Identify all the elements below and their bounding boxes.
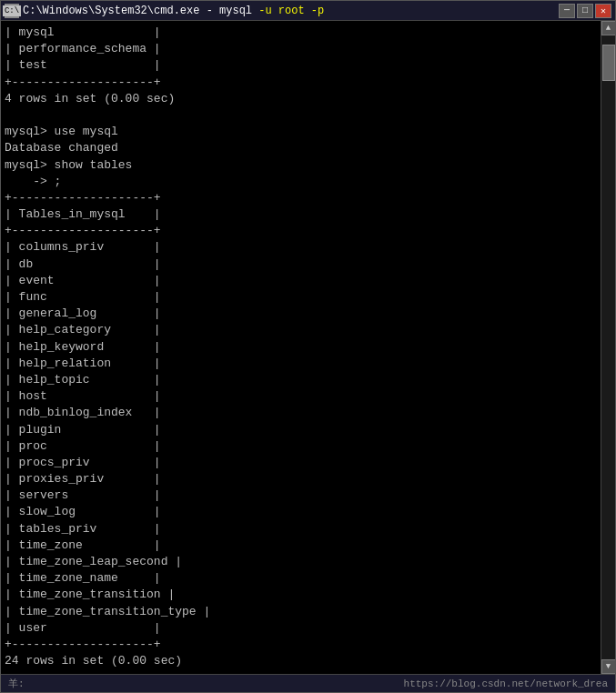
cmd-icon: C:\ (5, 4, 19, 18)
titlebar-controls: ─ □ ✕ (559, 4, 611, 18)
statusbar-right: https://blog.csdn.net/network_drea (404, 678, 608, 689)
titlebar: C:\ C:\Windows\System32\cmd.exe - mysql … (1, 1, 615, 21)
scroll-up-arrow[interactable]: ▲ (601, 21, 616, 35)
scroll-thumb[interactable] (602, 45, 615, 81)
scroll-down-arrow[interactable]: ▼ (601, 659, 616, 674)
title-prefix: C:\Windows\System32\cmd.exe - mysql (23, 5, 258, 17)
statusbar-left: 羊: (8, 677, 25, 690)
terminal-content[interactable]: | mysql | | performance_schema | | test … (1, 21, 601, 674)
titlebar-title: C:\Windows\System32\cmd.exe - mysql -u r… (23, 5, 324, 17)
close-button[interactable]: ✕ (595, 4, 611, 18)
cmd-window: C:\ C:\Windows\System32\cmd.exe - mysql … (0, 0, 616, 693)
statusbar: 羊: https://blog.csdn.net/network_drea (1, 674, 615, 692)
restore-button[interactable]: □ (577, 4, 593, 18)
titlebar-left: C:\ C:\Windows\System32\cmd.exe - mysql … (5, 4, 324, 18)
title-args: -u root -p (258, 5, 324, 17)
minimize-button[interactable]: ─ (559, 4, 575, 18)
scrollbar[interactable]: ▲ ▼ (601, 21, 615, 674)
scroll-track[interactable] (601, 35, 616, 659)
terminal-area: | mysql | | performance_schema | | test … (1, 21, 615, 674)
